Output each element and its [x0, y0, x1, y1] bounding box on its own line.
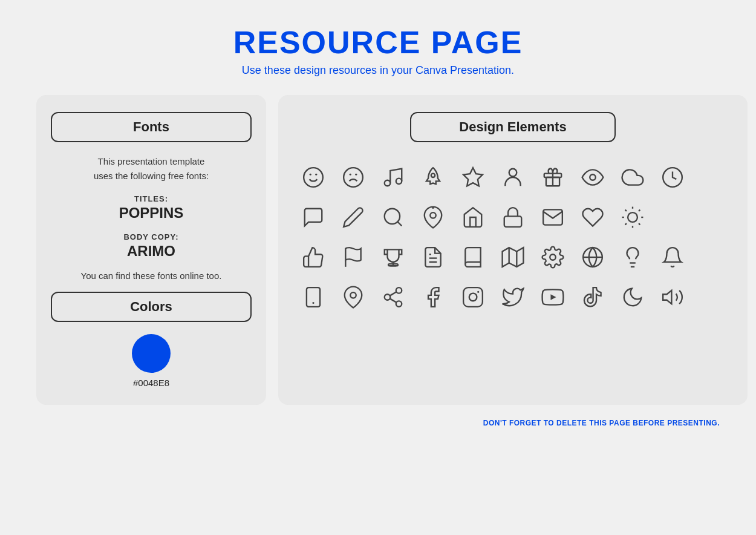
svg-point-20	[628, 212, 637, 222]
phone-icon	[296, 280, 330, 314]
home-icon	[456, 200, 490, 234]
document-icon	[416, 240, 450, 274]
cloud-icon	[616, 160, 650, 194]
spacer-4	[696, 240, 729, 274]
trophy-icon	[376, 240, 410, 274]
color-hex-label: #0048E8	[133, 378, 169, 388]
speech-bubble-icon	[296, 200, 330, 234]
svg-point-36	[550, 254, 556, 260]
mail-icon	[536, 200, 570, 234]
page-subtitle: Use these design resources in your Canva…	[233, 64, 523, 77]
svg-marker-51	[550, 294, 556, 300]
instagram-icon	[456, 280, 490, 314]
spacer-2	[656, 200, 689, 234]
body-label: BODY COPY:	[123, 232, 178, 241]
svg-point-44	[396, 287, 402, 294]
svg-point-15	[385, 209, 400, 224]
gift-icon	[536, 160, 570, 194]
fonts-description: This presentation template uses the foll…	[94, 154, 209, 183]
sun-icon	[616, 200, 650, 234]
right-panel: Design Elements	[278, 95, 748, 405]
icons-grid	[296, 160, 729, 314]
rocket-icon	[416, 160, 450, 194]
svg-point-43	[350, 292, 356, 298]
gear-icon	[536, 240, 570, 274]
svg-point-46	[396, 301, 402, 307]
share-icon	[376, 280, 410, 314]
facebook-icon	[416, 280, 450, 314]
map-icon	[496, 240, 530, 274]
footer-text: DON'T FORGET TO DELETE THIS PAGE BEFORE …	[483, 419, 720, 427]
svg-rect-41	[307, 287, 320, 307]
svg-point-13	[590, 174, 596, 180]
smile-icon	[296, 160, 330, 194]
svg-point-0	[304, 168, 323, 187]
svg-point-3	[344, 168, 363, 187]
spacer-5	[696, 280, 729, 314]
svg-line-48	[390, 292, 397, 295]
page-title: RESOURCE PAGE	[233, 24, 523, 61]
left-panel: Fonts This presentation template uses th…	[36, 95, 266, 405]
svg-line-47	[390, 298, 397, 302]
fonts-online-text: You can find these fonts online too.	[81, 271, 222, 281]
footer-note: DON'T FORGET TO DELETE THIS PAGE BEFORE …	[36, 417, 720, 428]
svg-point-6	[385, 180, 391, 186]
svg-line-23	[625, 210, 627, 211]
svg-line-28	[639, 210, 640, 211]
svg-point-45	[385, 294, 391, 300]
megaphone-icon	[656, 280, 689, 314]
twitter-icon	[496, 280, 530, 314]
svg-point-7	[396, 179, 402, 185]
eye-icon	[576, 160, 610, 194]
page-header: RESOURCE PAGE Use these design resources…	[233, 24, 523, 77]
spacer-3	[696, 200, 729, 234]
bell-icon	[656, 240, 689, 274]
design-elements-header: Design Elements	[410, 112, 616, 142]
person-icon	[496, 160, 530, 194]
titles-label: TITLES:	[134, 194, 168, 203]
color-swatch	[132, 334, 171, 373]
svg-line-16	[397, 222, 402, 226]
pin-icon	[416, 200, 450, 234]
flag-icon	[336, 240, 370, 274]
book-icon	[456, 240, 490, 274]
svg-rect-19	[504, 216, 522, 226]
globe-icon	[576, 240, 610, 274]
bulb-icon	[616, 240, 650, 274]
svg-line-27	[625, 223, 627, 225]
heart-icon	[576, 200, 610, 234]
svg-rect-49	[463, 287, 483, 307]
thumbsup-icon	[296, 240, 330, 274]
fonts-header: Fonts	[51, 112, 252, 142]
location-icon	[336, 280, 370, 314]
pencil-icon	[336, 200, 370, 234]
youtube-icon	[536, 280, 570, 314]
search-icon	[376, 200, 410, 234]
lock-icon	[496, 200, 530, 234]
content-row: Fonts This presentation template uses th…	[36, 95, 720, 405]
star-icon	[456, 160, 490, 194]
svg-marker-9	[463, 168, 483, 186]
svg-point-8	[431, 174, 435, 177]
svg-point-10	[509, 169, 517, 177]
titles-font: POPPINS	[119, 205, 184, 222]
svg-marker-33	[503, 248, 524, 267]
svg-marker-52	[663, 290, 671, 304]
tiktok-icon	[576, 280, 610, 314]
body-font: ARIMO	[127, 243, 175, 260]
music-icon	[376, 160, 410, 194]
moon-icon	[616, 280, 650, 314]
sad-icon	[336, 160, 370, 194]
clock-icon	[656, 160, 689, 194]
svg-line-24	[639, 223, 640, 225]
svg-point-17	[430, 212, 436, 218]
colors-header: Colors	[51, 292, 252, 322]
spacer-1	[696, 160, 729, 194]
